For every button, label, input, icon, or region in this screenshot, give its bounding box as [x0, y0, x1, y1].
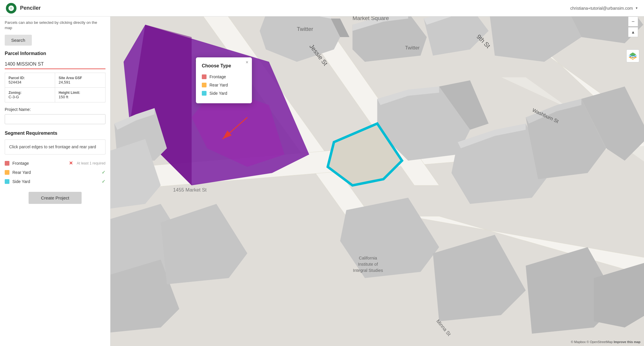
height-value: 150 ft [59, 95, 102, 99]
frontage-color-swatch [5, 161, 9, 166]
segment-requirements: Segment Requirements Click parcel edges … [5, 131, 105, 186]
user-menu-chevron: ▼ [635, 6, 638, 10]
svg-text:Institute of: Institute of [358, 262, 378, 267]
height-cell: Height Limit: 150 ft [55, 87, 105, 102]
parcel-id-label: Parcel ID: [9, 76, 51, 80]
yard-item-side: Side Yard ✓ [5, 177, 105, 186]
yard-item-rear: Rear Yard ✓ [5, 168, 105, 177]
improve-map-link[interactable]: Improve this map [614, 340, 640, 344]
yard-list: Frontage ✕ At least 1 required Rear Yard… [5, 159, 105, 186]
parcel-id-cell: Parcel ID: 524434 [5, 73, 55, 87]
zoning-cell: Zoning: C-3-G [5, 87, 55, 102]
create-project-button[interactable]: Create Project [29, 192, 82, 204]
svg-marker-57 [629, 57, 636, 59]
rear-yard-popup-swatch [202, 83, 207, 87]
header-left: Penciler [6, 3, 41, 14]
segment-hint-text: Click parcel edges to set frontage and r… [9, 144, 96, 149]
user-email: christiana+tutorial@urbansim.com [570, 6, 633, 11]
app-logo [6, 3, 16, 14]
site-area-label: Site Area GSF [59, 76, 102, 80]
sidebar: Parcels can also be selected by clicking… [0, 0, 110, 346]
rear-yard-popup-label: Rear Yard [209, 83, 228, 87]
height-label: Height Limit: [59, 91, 102, 95]
choose-type-popup: × Choose Type Frontage Rear Yard Side Ya… [196, 57, 252, 103]
side-color-swatch [5, 179, 9, 184]
rear-status-check: ✓ [102, 169, 105, 175]
parcel-details-grid: Parcel ID: 524434 Site Area GSF 24,591 Z… [5, 73, 105, 102]
frontage-popup-swatch [202, 74, 207, 79]
project-name-label: Project Name: [5, 107, 105, 112]
svg-text:Twitter: Twitter [297, 26, 313, 32]
frontage-label: Frontage [12, 161, 66, 166]
site-area-cell: Site Area GSF 24,591 [55, 73, 105, 87]
header-user[interactable]: christiana+tutorial@urbansim.com ▼ [570, 6, 638, 11]
side-yard-label: Side Yard [12, 179, 99, 184]
side-yard-popup-swatch [202, 91, 207, 96]
frontage-popup-label: Frontage [209, 74, 226, 79]
parcel-info-title: Parcel Information [5, 51, 105, 56]
segment-title: Segment Requirements [5, 131, 105, 136]
map-svg[interactable]: 10th St Jessie St 9th St Washburn St Twi… [110, 0, 644, 346]
popup-item-side-yard[interactable]: Side Yard [202, 89, 244, 97]
popup-close-button[interactable]: × [246, 60, 248, 65]
map-container[interactable]: 10th St Jessie St 9th St Washburn St Twi… [110, 0, 644, 346]
zoning-label: Zoning: [9, 91, 51, 95]
zoom-out-button[interactable]: − [628, 16, 638, 26]
map-layers-button[interactable] [626, 49, 639, 62]
side-yard-popup-label: Side Yard [209, 91, 227, 96]
parcel-hint: Parcels can also be selected by clicking… [5, 20, 105, 31]
rear-color-swatch [5, 170, 9, 175]
map-attribution: © Mapbox © OpenStreetMap Improve this ma… [571, 340, 640, 344]
project-name-input[interactable] [5, 114, 105, 124]
frontage-status-x: ✕ [69, 160, 73, 166]
header: Penciler christiana+tutorial@urbansim.co… [0, 0, 644, 16]
attribution-text: © Mapbox © OpenStreetMap [571, 340, 613, 344]
svg-text:Integral Studies: Integral Studies [353, 268, 383, 273]
yard-item-frontage: Frontage ✕ At least 1 required [5, 159, 105, 168]
popup-title: Choose Type [202, 63, 244, 69]
zoning-value: C-3-G [9, 95, 51, 99]
search-button[interactable]: Search [5, 35, 32, 46]
parcel-id-value: 524434 [9, 80, 51, 84]
svg-text:1455 Market St: 1455 Market St [173, 187, 207, 193]
side-status-check: ✓ [102, 179, 105, 184]
app-name: Penciler [20, 5, 41, 11]
svg-text:California: California [359, 256, 377, 260]
site-area-value: 24,591 [59, 80, 102, 84]
compass-button[interactable]: ▲ [628, 27, 638, 37]
parcel-address-input[interactable] [5, 60, 105, 69]
segment-hint-box: Click parcel edges to set frontage and r… [5, 139, 105, 154]
rear-yard-label: Rear Yard [12, 170, 99, 175]
popup-item-frontage[interactable]: Frontage [202, 73, 244, 81]
popup-item-rear-yard[interactable]: Rear Yard [202, 81, 244, 89]
svg-text:Twitter: Twitter [405, 45, 420, 51]
frontage-required-text: At least 1 required [77, 161, 105, 165]
